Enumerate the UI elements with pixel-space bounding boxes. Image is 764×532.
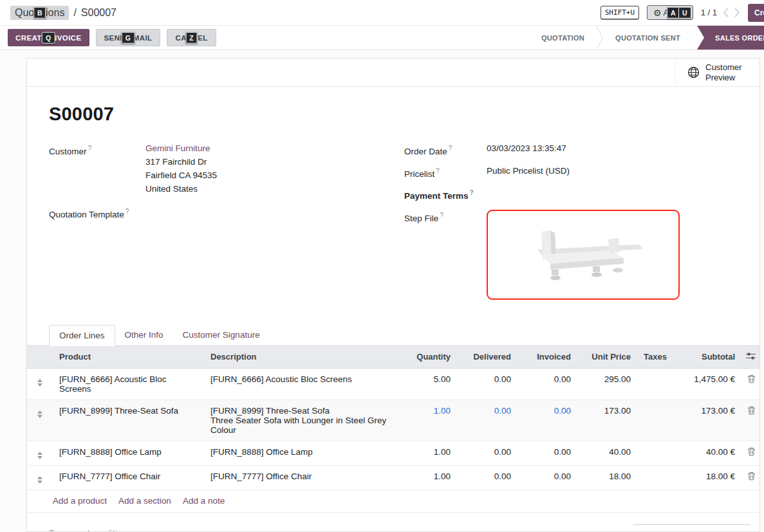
cell-taxes[interactable] bbox=[637, 465, 677, 490]
step-file-image-widget[interactable] bbox=[487, 210, 680, 300]
cell-delivered[interactable]: 0.00 bbox=[457, 368, 517, 399]
column-header-product[interactable]: Product bbox=[53, 346, 204, 369]
cell-product[interactable]: [FURN_8999] Three-Seat Sofa bbox=[53, 399, 204, 441]
column-header-taxes[interactable]: Taxes bbox=[637, 346, 677, 369]
send-email-button[interactable]: SEND EMAIL G bbox=[96, 29, 161, 46]
field-row-pricelist: Pricelist? Public Pricelist (USD) bbox=[404, 164, 738, 181]
cell-unit-price[interactable]: 173.00 bbox=[577, 399, 637, 441]
cell-description[interactable]: [FURN_7777] Office Chair bbox=[204, 465, 399, 490]
cell-delivered[interactable]: 0.00 bbox=[457, 465, 517, 490]
table-row[interactable]: [FURN_8888] Office Lamp [FURN_8888] Offi… bbox=[27, 441, 759, 465]
trash-icon bbox=[747, 406, 756, 415]
stage-separator-icon bbox=[596, 26, 604, 50]
field-grid: Customer? Gemini Furniture 317 Fairchild… bbox=[49, 142, 738, 306]
customer-link[interactable]: Gemini Furniture bbox=[145, 142, 217, 155]
cell-invoiced[interactable]: 0.00 bbox=[517, 441, 577, 465]
cell-taxes[interactable] bbox=[637, 368, 677, 399]
pager-counter: 1 / 1 bbox=[701, 8, 717, 17]
gear-icon: ⚙ bbox=[653, 8, 662, 17]
step-file-field-label: Step File? bbox=[404, 208, 487, 225]
stage-quotation[interactable]: QUOTATION bbox=[530, 26, 596, 50]
cell-unit-price[interactable]: 40.00 bbox=[577, 441, 637, 465]
breadcrumb: Quotations B / S00007 bbox=[10, 6, 116, 20]
cell-description[interactable]: [FURN_6666] Acoustic Bloc Screens bbox=[204, 368, 399, 399]
table-row[interactable]: [FURN_7777] Office Chair [FURN_7777] Off… bbox=[27, 465, 759, 490]
cell-taxes[interactable] bbox=[637, 441, 677, 465]
help-icon: ? bbox=[436, 167, 440, 174]
cell-product[interactable]: [FURN_6666] Acoustic Bloc Screens bbox=[53, 368, 204, 399]
action-menu-button[interactable]: ⚙ Action A U bbox=[647, 5, 693, 20]
cell-delivered[interactable]: 0.00 bbox=[457, 399, 517, 441]
pager-next-button[interactable] bbox=[734, 8, 740, 17]
cell-description[interactable]: [FURN_8888] Office Lamp bbox=[204, 441, 399, 465]
cell-description[interactable]: [FURN_8999] Three-Seat Sofa Three Seater… bbox=[204, 399, 399, 441]
cell-delivered[interactable]: 0.00 bbox=[457, 441, 517, 465]
hotkey-badge-g: G bbox=[122, 32, 135, 44]
cell-product[interactable]: [FURN_8888] Office Lamp bbox=[53, 441, 204, 465]
drag-handle[interactable] bbox=[27, 399, 53, 441]
3d-model-preview bbox=[512, 221, 655, 288]
cell-unit-price[interactable]: 295.00 bbox=[577, 368, 637, 399]
order-date-field-value[interactable]: 03/03/2023 13:35:47 bbox=[487, 142, 566, 155]
sheet-body: S00007 Customer? Gemini Furniture 317 Fa… bbox=[27, 87, 759, 306]
column-header-subtotal[interactable]: Subtotal bbox=[677, 346, 741, 369]
terms-and-conditions-input[interactable]: Terms and conditions... bbox=[49, 524, 138, 532]
delete-line-button[interactable] bbox=[741, 441, 759, 465]
order-date-field-label: Order Date? bbox=[404, 142, 487, 158]
stage-quotation-sent[interactable]: QUOTATION SENT bbox=[604, 26, 692, 50]
cell-invoiced[interactable]: 0.00 bbox=[517, 368, 577, 399]
cell-unit-price[interactable]: 18.00 bbox=[577, 465, 637, 490]
trash-icon bbox=[747, 374, 756, 383]
cell-invoiced[interactable]: 0.00 bbox=[517, 465, 577, 490]
cancel-button[interactable]: CANCEL Z bbox=[167, 29, 216, 46]
column-header-invoiced[interactable]: Invoiced bbox=[517, 346, 577, 369]
cell-subtotal: 18.00 € bbox=[677, 465, 741, 490]
table-row[interactable]: [FURN_6666] Acoustic Bloc Screens [FURN_… bbox=[27, 368, 759, 399]
sheet-footer: Terms and conditions... Total: 1,706.00 … bbox=[27, 513, 759, 532]
line-add-links: Add a product Add a section Add a note bbox=[27, 490, 759, 513]
notebook-tabs: Order Lines Other Info Customer Signatur… bbox=[27, 325, 759, 346]
delete-line-button[interactable] bbox=[741, 399, 759, 441]
tab-customer-signature[interactable]: Customer Signature bbox=[173, 325, 270, 345]
delete-line-button[interactable] bbox=[741, 465, 759, 490]
cell-subtotal: 1,475.00 € bbox=[677, 368, 741, 399]
table-row[interactable]: [FURN_8999] Three-Seat Sofa [FURN_8999] … bbox=[27, 399, 759, 441]
customer-preview-button[interactable]: Customer Preview bbox=[675, 59, 759, 86]
stage-sales-order[interactable]: SALES ORDER bbox=[697, 26, 764, 50]
column-header-delivered[interactable]: Delivered bbox=[457, 346, 517, 369]
tab-other-info[interactable]: Other Info bbox=[115, 325, 173, 345]
globe-icon bbox=[687, 66, 700, 78]
customer-address-line2: Fairfield CA 94535 bbox=[145, 169, 217, 182]
optional-columns-button[interactable] bbox=[741, 346, 759, 369]
cell-invoiced[interactable]: 0.00 bbox=[517, 399, 577, 441]
add-section-link[interactable]: Add a section bbox=[118, 496, 171, 506]
column-header-description[interactable]: Description bbox=[204, 346, 399, 369]
delete-line-button[interactable] bbox=[741, 368, 759, 399]
cell-quantity[interactable]: 1.00 bbox=[399, 399, 457, 441]
cell-quantity[interactable]: 1.00 bbox=[399, 465, 457, 490]
cell-quantity[interactable]: 1.00 bbox=[399, 441, 457, 465]
cell-product[interactable]: [FURN_7777] Office Chair bbox=[53, 465, 204, 490]
pager-previous-button[interactable] bbox=[723, 8, 729, 17]
breadcrumb-quotations[interactable]: Quotations B bbox=[10, 6, 69, 20]
create-button[interactable]: Create bbox=[748, 4, 764, 22]
pricelist-field-value[interactable]: Public Pricelist (USD) bbox=[487, 164, 570, 178]
column-header-unit-price[interactable]: Unit Price bbox=[577, 346, 637, 369]
column-header-quantity[interactable]: Quantity bbox=[399, 346, 457, 369]
tab-order-lines[interactable]: Order Lines bbox=[49, 325, 115, 346]
quotation-template-field-label: Quotation Template? bbox=[49, 205, 145, 221]
drag-handle-icon bbox=[37, 408, 42, 418]
drag-handle[interactable] bbox=[27, 441, 53, 465]
cell-quantity[interactable]: 5.00 bbox=[399, 368, 457, 399]
drag-handle[interactable] bbox=[27, 465, 53, 490]
field-row-quotation-template: Quotation Template? bbox=[49, 205, 404, 221]
add-note-link[interactable]: Add a note bbox=[183, 496, 225, 506]
add-product-link[interactable]: Add a product bbox=[53, 496, 107, 506]
field-row-order-date: Order Date? 03/03/2023 13:35:47 bbox=[404, 142, 738, 158]
create-invoice-button[interactable]: CREATE INVOICE Q bbox=[8, 29, 89, 46]
hotkey-badge-u: U bbox=[678, 6, 691, 19]
description-line1: [FURN_8999] Three-Seat Sofa bbox=[210, 406, 393, 416]
form-sheet: Customer Preview S00007 Customer? Gemini… bbox=[26, 58, 760, 532]
drag-handle[interactable] bbox=[27, 368, 53, 399]
cell-taxes[interactable] bbox=[637, 399, 677, 441]
